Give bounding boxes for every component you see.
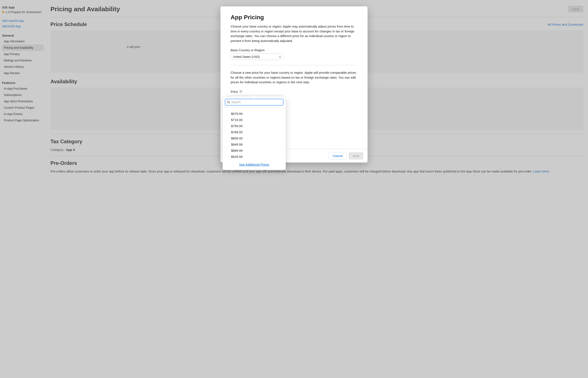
base-country-value: United States (USD) (233, 55, 260, 58)
price-option[interactable]: $849.99 (223, 141, 286, 148)
svg-point-0 (227, 101, 229, 103)
help-icon[interactable]: ? (239, 90, 243, 93)
base-country-label: Base Country or Region (231, 48, 357, 52)
cancel-button[interactable]: Cancel (328, 152, 347, 160)
price-label: Price (231, 90, 238, 94)
price-option[interactable]: $809.00 (223, 135, 286, 141)
see-additional-prices-link[interactable]: See Additional Prices (239, 163, 269, 166)
price-popover: $679.99$719.00$759.00$789.00$809.00$849.… (223, 97, 286, 170)
price-option[interactable]: $719.00 (223, 117, 286, 123)
svg-line-1 (229, 103, 230, 104)
modal-desc-price: Choose a new price for your base country… (231, 70, 357, 85)
price-search-input[interactable] (231, 100, 281, 104)
search-icon (227, 101, 230, 104)
price-option[interactable]: $759.00 (223, 123, 286, 129)
chevron-down-icon (279, 55, 281, 58)
price-option[interactable]: $679.99 (223, 111, 286, 117)
modal-divider (231, 65, 357, 65)
next-button[interactable]: Next (349, 152, 363, 160)
price-options-list: $679.99$719.00$759.00$789.00$809.00$849.… (223, 108, 286, 161)
modal-desc-base: Choose your base country or region. Appl… (231, 24, 357, 43)
price-search-box[interactable] (225, 99, 283, 105)
price-option[interactable]: $789.00 (223, 129, 286, 135)
base-country-select[interactable]: United States (USD) (231, 54, 283, 60)
price-option[interactable]: $929.99 (223, 154, 286, 160)
price-option[interactable]: $889.99 (223, 148, 286, 154)
modal-title: App Pricing (231, 14, 357, 21)
